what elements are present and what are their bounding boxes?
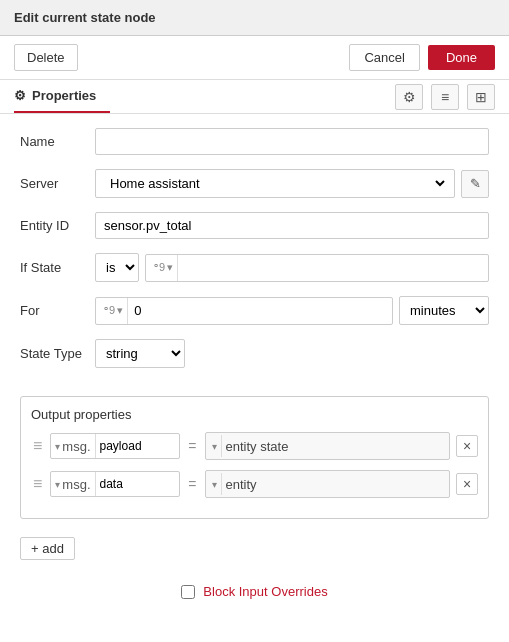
block-input-overrides-checkbox[interactable] [181,585,195,599]
if-state-operator-select[interactable]: is [95,253,139,282]
tabs-row: ⚙ Properties ⚙ ≡ ⊞ [0,80,509,114]
for-value-input[interactable] [128,298,388,323]
if-state-type-label: ᵒ9 [154,261,165,274]
msg-wrap-2: ▾ msg. [50,471,180,497]
state-type-label: State Type [20,346,95,361]
close-icon-1: × [463,438,471,454]
value-wrap-1: ▾ entity state [205,432,450,460]
entity-id-row: Entity ID [20,212,489,239]
add-row: + add [0,533,509,564]
remove-btn-2[interactable]: × [456,473,478,495]
if-state-value-wrap: ᵒ9 ▾ [145,254,489,282]
msg-label-1: msg. [62,439,90,454]
cancel-button[interactable]: Cancel [349,44,419,71]
entity-id-input[interactable] [95,212,489,239]
for-row: For ᵒ9 ▾ minutes seconds hours [20,296,489,325]
server-select-wrap: Home assistant [95,169,455,198]
toolbar-right: Cancel Done [349,44,495,71]
msg-label-2: msg. [62,477,90,492]
msg-type-btn-1[interactable]: ▾ msg. [55,434,95,458]
for-label: For [20,303,95,318]
state-type-select[interactable]: string number boolean [95,339,185,368]
server-label: Server [20,176,95,191]
msg-field-input-1[interactable] [96,435,176,457]
settings-icon: ⚙ [403,89,416,105]
value-chevron-2: ▾ [212,479,217,490]
for-unit-select[interactable]: minutes seconds hours [399,296,489,325]
list-icon: ≡ [441,89,449,105]
header-title: Edit current state node [14,10,156,25]
server-row: Server Home assistant ✎ [20,169,489,198]
drag-handle-2[interactable]: ≡ [31,475,44,493]
msg-type-btn-2[interactable]: ▾ msg. [55,472,95,496]
for-controls: ᵒ9 ▾ minutes seconds hours [95,296,489,325]
value-chevron-1: ▾ [212,441,217,452]
for-type-label: ᵒ9 [104,304,115,317]
output-row-1: ≡ ▾ msg. = ▾ entity state × [31,432,478,460]
msg-chevron-2: ▾ [55,479,60,490]
pencil-icon: ✎ [470,176,481,191]
if-state-type-btn[interactable]: ᵒ9 ▾ [150,255,178,281]
if-state-chevron-icon: ▾ [167,261,173,274]
remove-btn-1[interactable]: × [456,435,478,457]
tab-list-icon-btn[interactable]: ≡ [431,84,459,110]
if-state-value-input[interactable] [178,255,484,280]
value-wrap-2: ▾ entity [205,470,450,498]
name-input[interactable] [95,128,489,155]
if-state-row: If State is ᵒ9 ▾ [20,253,489,282]
tab-properties[interactable]: ⚙ Properties [14,80,110,113]
value-type-btn-1[interactable]: ▾ [212,435,222,457]
close-icon-2: × [463,476,471,492]
msg-field-input-2[interactable] [96,473,176,495]
output-row-2: ≡ ▾ msg. = ▾ entity × [31,470,478,498]
equals-2: = [186,476,198,492]
server-select[interactable]: Home assistant [102,170,448,197]
value-text-1: entity state [226,439,289,454]
toolbar: Delete Cancel Done [0,36,509,80]
for-value-wrap: ᵒ9 ▾ [95,297,393,325]
tab-settings-icon-btn[interactable]: ⚙ [395,84,423,110]
grid-icon: ⊞ [475,89,487,105]
equals-1: = [186,438,198,454]
for-type-btn[interactable]: ᵒ9 ▾ [100,298,128,324]
output-section: Output properties ≡ ▾ msg. = ▾ entity st… [20,396,489,519]
checkbox-row: Block Input Overrides [0,574,509,609]
entity-id-label: Entity ID [20,218,95,233]
form-area: Name Server Home assistant ✎ Entity ID I… [0,114,509,396]
msg-wrap-1: ▾ msg. [50,433,180,459]
tab-grid-icon-btn[interactable]: ⊞ [467,84,495,110]
drag-handle-1[interactable]: ≡ [31,437,44,455]
output-section-title: Output properties [31,407,478,422]
msg-chevron-1: ▾ [55,441,60,452]
delete-button[interactable]: Delete [14,44,78,71]
for-chevron-icon: ▾ [117,304,123,317]
tab-icons: ⚙ ≡ ⊞ [395,84,495,110]
name-label: Name [20,134,95,149]
gear-icon: ⚙ [14,88,26,103]
if-state-label: If State [20,260,95,275]
done-button[interactable]: Done [428,45,495,70]
server-edit-button[interactable]: ✎ [461,170,489,198]
tab-properties-label: Properties [32,88,96,103]
name-row: Name [20,128,489,155]
block-input-overrides-label: Block Input Overrides [203,584,327,599]
value-type-btn-2[interactable]: ▾ [212,473,222,495]
if-state-controls: is ᵒ9 ▾ [95,253,489,282]
add-output-button[interactable]: + add [20,537,75,560]
dialog-header: Edit current state node [0,0,509,36]
value-text-2: entity [226,477,257,492]
state-type-row: State Type string number boolean [20,339,489,368]
